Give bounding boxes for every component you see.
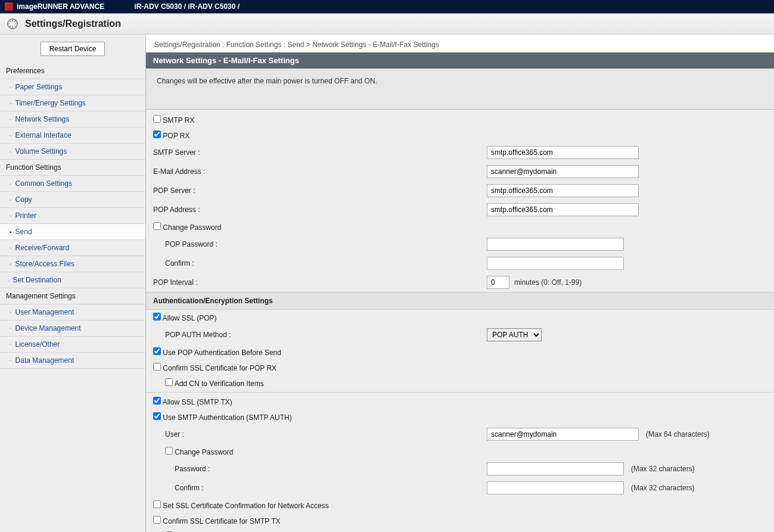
allow-ssl-smtp-tx-checkbox[interactable]	[153, 397, 161, 405]
pop-before-send-label: Use POP Authentication Before Send	[163, 349, 281, 357]
sidebar-item-data-management[interactable]: Data Management	[0, 353, 145, 369]
smtp-user-label: User :	[153, 430, 487, 438]
sidebar-item-user-management[interactable]: User Management	[0, 304, 145, 321]
topbar: imageRUNNER ADVANCE iR-ADV C5030 / iR-AD…	[0, 0, 774, 13]
pop-interval-unit: minutes (0: Off, 1-99)	[514, 278, 582, 287]
pop-server-label: POP Server :	[153, 186, 487, 195]
add-cn-pop-checkbox[interactable]	[165, 378, 173, 386]
auth-encryption-heading: Authentication/Encryption Settings	[146, 292, 774, 310]
pop-address-input[interactable]	[487, 203, 639, 216]
sidebar: Restart Device Preferences Paper Setting…	[0, 35, 146, 532]
pop-auth-method-select[interactable]: POP AUTH	[487, 328, 542, 341]
sidebar-item-set-destination[interactable]: Set Destination	[0, 272, 145, 288]
pop-interval-input[interactable]	[487, 276, 509, 289]
pop-confirm-label: Confirm :	[153, 259, 487, 267]
breadcrumb: Settings/Registration : Function Setting…	[146, 35, 774, 52]
smtp-password-label: Password :	[153, 465, 487, 473]
sidebar-item-printer[interactable]: Printer	[0, 208, 145, 224]
cube-icon	[5, 2, 13, 11]
sidebar-section-management: Management Settings	[0, 288, 145, 304]
notice: Changes will be effective after the main…	[146, 69, 774, 110]
sidebar-item-network-settings[interactable]: Network Settings	[0, 111, 145, 127]
page-title: Settings/Registration	[25, 18, 121, 29]
smtp-server-input[interactable]	[487, 146, 639, 159]
sidebar-item-license-other[interactable]: License/Other	[0, 337, 145, 353]
pop-rx-label: POP RX	[163, 132, 189, 140]
sidebar-item-paper-settings[interactable]: Paper Settings	[0, 79, 145, 95]
set-ssl-confirm-net-label: Set SSL Certificate Confirmation for Net…	[163, 502, 328, 510]
pop-password-input[interactable]	[487, 238, 624, 251]
device-path: iR-ADV C5030 / iR-ADV C5030 /	[134, 2, 240, 11]
confirm-ssl-pop-label: Confirm SSL Certificate for POP RX	[163, 364, 276, 372]
sidebar-section-function: Function Settings	[0, 160, 145, 176]
smtp-password-input[interactable]	[487, 462, 624, 475]
pop-address-label: POP Address :	[153, 206, 487, 214]
sidebar-item-volume-settings[interactable]: Volume Settings	[0, 144, 145, 160]
panel-title: Network Settings - E-Mail/I-Fax Settings	[146, 52, 774, 69]
smtp-confirm-input[interactable]	[487, 481, 624, 494]
sidebar-item-store-access[interactable]: Store/Access Files	[0, 256, 145, 272]
smtp-user-hint: (Max 64 characters)	[646, 430, 710, 438]
confirm-ssl-smtp-tx-label: Confirm SSL Certificate for SMTP TX	[163, 517, 280, 525]
smtp-confirm-hint: (Max 32 characters)	[631, 484, 695, 492]
smtp-server-label: SMTP Server :	[153, 148, 487, 157]
pop-confirm-input[interactable]	[487, 257, 624, 270]
restart-device-button[interactable]: Restart Device	[41, 42, 105, 56]
sidebar-item-copy[interactable]: Copy	[0, 192, 145, 208]
allow-ssl-pop-checkbox[interactable]	[153, 313, 161, 321]
add-cn-pop-label: Add CN to Verification Items	[175, 379, 264, 388]
change-password-label: Change Password	[163, 223, 221, 232]
pop-server-input[interactable]	[487, 184, 639, 197]
allow-ssl-smtp-tx-label: Allow SSL (SMTP TX)	[163, 398, 232, 406]
smtp-password-hint: (Max 32 characters)	[631, 465, 695, 473]
pop-before-send-checkbox[interactable]	[153, 347, 161, 355]
pop-auth-method-label: POP AUTH Method :	[153, 331, 487, 339]
sidebar-item-common-settings[interactable]: Common Settings	[0, 176, 145, 192]
set-ssl-confirm-net-checkbox[interactable]	[153, 500, 161, 508]
sidebar-item-send[interactable]: Send	[0, 224, 145, 240]
allow-ssl-pop-label: Allow SSL (POP)	[163, 314, 217, 322]
sidebar-section-preferences: Preferences	[0, 63, 145, 79]
sidebar-item-receive-forward[interactable]: Receive/Forward	[0, 240, 145, 256]
pop-interval-label: POP Interval :	[153, 278, 487, 287]
pop-password-label: POP Password :	[153, 240, 487, 248]
brand: imageRUNNER ADVANCE	[5, 2, 104, 11]
sidebar-item-device-management[interactable]: Device Management	[0, 321, 145, 337]
smtp-confirm-label: Confirm :	[153, 484, 487, 492]
change-password-checkbox[interactable]	[153, 222, 161, 230]
smtp-change-pw-checkbox[interactable]	[165, 447, 173, 455]
sidebar-item-timer-energy[interactable]: Timer/Energy Settings	[0, 95, 145, 111]
use-smtp-auth-checkbox[interactable]	[153, 412, 161, 420]
brand-text: imageRUNNER ADVANCE	[17, 2, 104, 11]
use-smtp-auth-label: Use SMTP Authentication (SMTP AUTH)	[163, 413, 291, 422]
email-address-label: E-Mail Address :	[153, 167, 487, 176]
titlebar: Settings/Registration	[0, 13, 774, 35]
email-address-input[interactable]	[487, 165, 639, 178]
confirm-ssl-smtp-tx-checkbox[interactable]	[153, 516, 161, 524]
sidebar-item-external-interface[interactable]: External Interface	[0, 127, 145, 144]
pop-rx-checkbox[interactable]	[153, 130, 161, 138]
gear-icon	[6, 17, 19, 30]
smtp-rx-checkbox[interactable]	[153, 115, 161, 123]
main: Settings/Registration : Function Setting…	[146, 35, 774, 532]
smtp-user-input[interactable]	[487, 428, 639, 441]
smtp-rx-label: SMTP RX	[163, 116, 194, 125]
confirm-ssl-pop-checkbox[interactable]	[153, 363, 161, 371]
smtp-change-pw-label: Change Password	[175, 448, 233, 456]
